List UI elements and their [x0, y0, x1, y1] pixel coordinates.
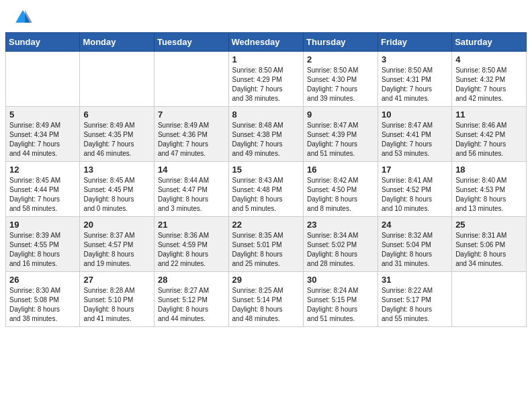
- day-info: Sunrise: 8:25 AM Sunset: 5:14 PM Dayligh…: [232, 286, 300, 324]
- calendar-cell: 15Sunrise: 8:43 AM Sunset: 4:48 PM Dayli…: [228, 162, 304, 217]
- calendar-cell: 1Sunrise: 8:50 AM Sunset: 4:29 PM Daylig…: [228, 52, 304, 107]
- logo: [13, 8, 35, 27]
- calendar-week-row: 1Sunrise: 8:50 AM Sunset: 4:29 PM Daylig…: [6, 52, 527, 107]
- calendar-cell: 17Sunrise: 8:41 AM Sunset: 4:52 PM Dayli…: [378, 162, 452, 217]
- calendar-week-row: 19Sunrise: 8:39 AM Sunset: 4:55 PM Dayli…: [6, 217, 527, 272]
- day-number: 10: [382, 109, 448, 120]
- calendar-cell: 28Sunrise: 8:27 AM Sunset: 5:12 PM Dayli…: [154, 272, 228, 327]
- day-number: 28: [158, 275, 225, 285]
- day-info: Sunrise: 8:44 AM Sunset: 4:47 PM Dayligh…: [158, 176, 225, 214]
- calendar-cell: 3Sunrise: 8:50 AM Sunset: 4:31 PM Daylig…: [378, 52, 452, 107]
- calendar-cell: 22Sunrise: 8:35 AM Sunset: 5:01 PM Dayli…: [228, 217, 304, 272]
- day-info: Sunrise: 8:39 AM Sunset: 4:55 PM Dayligh…: [9, 231, 76, 269]
- calendar-cell: 8Sunrise: 8:48 AM Sunset: 4:38 PM Daylig…: [228, 107, 304, 162]
- page-header: [0, 0, 532, 32]
- day-info: Sunrise: 8:49 AM Sunset: 4:36 PM Dayligh…: [158, 121, 225, 158]
- weekday-header: Monday: [80, 33, 154, 52]
- weekday-header: Thursday: [304, 33, 378, 52]
- day-info: Sunrise: 8:37 AM Sunset: 4:57 PM Dayligh…: [83, 231, 150, 269]
- day-number: 27: [83, 275, 150, 285]
- day-info: Sunrise: 8:50 AM Sunset: 4:30 PM Dayligh…: [307, 66, 374, 103]
- day-info: Sunrise: 8:43 AM Sunset: 4:48 PM Dayligh…: [232, 176, 300, 214]
- calendar-cell: 2Sunrise: 8:50 AM Sunset: 4:30 PM Daylig…: [304, 52, 378, 107]
- weekday-header: Sunday: [6, 33, 80, 52]
- day-number: 15: [232, 165, 300, 175]
- day-info: Sunrise: 8:41 AM Sunset: 4:52 PM Dayligh…: [382, 176, 448, 214]
- day-info: Sunrise: 8:35 AM Sunset: 5:01 PM Dayligh…: [232, 231, 300, 269]
- day-number: 5: [9, 109, 76, 120]
- day-info: Sunrise: 8:50 AM Sunset: 4:29 PM Dayligh…: [232, 66, 300, 103]
- day-number: 11: [455, 109, 523, 120]
- day-number: 4: [455, 54, 523, 64]
- day-number: 21: [158, 220, 225, 230]
- calendar-cell: 16Sunrise: 8:42 AM Sunset: 4:50 PM Dayli…: [304, 162, 378, 217]
- day-number: 20: [83, 220, 150, 230]
- day-number: 3: [382, 54, 448, 64]
- day-info: Sunrise: 8:24 AM Sunset: 5:15 PM Dayligh…: [307, 286, 374, 324]
- calendar-header-row: SundayMondayTuesdayWednesdayThursdayFrid…: [6, 33, 527, 52]
- day-number: 22: [232, 220, 300, 230]
- calendar-cell: 18Sunrise: 8:40 AM Sunset: 4:53 PM Dayli…: [452, 162, 527, 217]
- calendar-week-row: 12Sunrise: 8:45 AM Sunset: 4:44 PM Dayli…: [6, 162, 527, 217]
- day-number: 13: [83, 165, 150, 175]
- day-number: 2: [307, 54, 374, 64]
- calendar-cell: 26Sunrise: 8:30 AM Sunset: 5:08 PM Dayli…: [6, 272, 80, 327]
- weekday-header: Friday: [378, 33, 452, 52]
- calendar-cell: 27Sunrise: 8:28 AM Sunset: 5:10 PM Dayli…: [80, 272, 154, 327]
- day-number: 8: [232, 109, 300, 120]
- calendar-cell: 4Sunrise: 8:50 AM Sunset: 4:32 PM Daylig…: [452, 52, 527, 107]
- day-info: Sunrise: 8:45 AM Sunset: 4:44 PM Dayligh…: [9, 176, 76, 214]
- day-number: 12: [9, 165, 76, 175]
- day-info: Sunrise: 8:36 AM Sunset: 4:59 PM Dayligh…: [158, 231, 225, 269]
- calendar-cell: 23Sunrise: 8:34 AM Sunset: 5:02 PM Dayli…: [304, 217, 378, 272]
- weekday-header: Wednesday: [228, 33, 304, 52]
- day-number: 7: [158, 109, 225, 120]
- day-number: 24: [382, 220, 448, 230]
- calendar-cell: 5Sunrise: 8:49 AM Sunset: 4:34 PM Daylig…: [6, 107, 80, 162]
- day-number: 19: [9, 220, 76, 230]
- day-number: 31: [382, 275, 448, 285]
- day-info: Sunrise: 8:42 AM Sunset: 4:50 PM Dayligh…: [307, 176, 374, 214]
- calendar-cell: [452, 272, 527, 327]
- day-number: 1: [232, 54, 300, 64]
- day-info: Sunrise: 8:47 AM Sunset: 4:41 PM Dayligh…: [382, 121, 448, 158]
- day-number: 6: [83, 109, 150, 120]
- calendar-cell: 13Sunrise: 8:45 AM Sunset: 4:45 PM Dayli…: [80, 162, 154, 217]
- day-number: 23: [307, 220, 374, 230]
- calendar-cell: 25Sunrise: 8:31 AM Sunset: 5:06 PM Dayli…: [452, 217, 527, 272]
- calendar-week-row: 5Sunrise: 8:49 AM Sunset: 4:34 PM Daylig…: [6, 107, 527, 162]
- calendar-body: 1Sunrise: 8:50 AM Sunset: 4:29 PM Daylig…: [6, 52, 527, 327]
- day-number: 17: [382, 165, 448, 175]
- calendar-cell: [6, 52, 80, 107]
- day-info: Sunrise: 8:28 AM Sunset: 5:10 PM Dayligh…: [83, 286, 150, 324]
- calendar-cell: 21Sunrise: 8:36 AM Sunset: 4:59 PM Dayli…: [154, 217, 228, 272]
- day-info: Sunrise: 8:48 AM Sunset: 4:38 PM Dayligh…: [232, 121, 300, 158]
- day-info: Sunrise: 8:50 AM Sunset: 4:32 PM Dayligh…: [455, 66, 523, 103]
- day-number: 29: [232, 275, 300, 285]
- calendar-cell: 20Sunrise: 8:37 AM Sunset: 4:57 PM Dayli…: [80, 217, 154, 272]
- day-info: Sunrise: 8:34 AM Sunset: 5:02 PM Dayligh…: [307, 231, 374, 269]
- day-number: 9: [307, 109, 374, 120]
- day-info: Sunrise: 8:27 AM Sunset: 5:12 PM Dayligh…: [158, 286, 225, 324]
- calendar-wrapper: SundayMondayTuesdayWednesdayThursdayFrid…: [0, 32, 532, 332]
- calendar-cell: 7Sunrise: 8:49 AM Sunset: 4:36 PM Daylig…: [154, 107, 228, 162]
- day-number: 14: [158, 165, 225, 175]
- day-info: Sunrise: 8:40 AM Sunset: 4:53 PM Dayligh…: [455, 176, 523, 214]
- day-info: Sunrise: 8:30 AM Sunset: 5:08 PM Dayligh…: [9, 286, 76, 324]
- calendar-cell: 12Sunrise: 8:45 AM Sunset: 4:44 PM Dayli…: [6, 162, 80, 217]
- day-info: Sunrise: 8:22 AM Sunset: 5:17 PM Dayligh…: [382, 286, 448, 324]
- calendar-cell: 9Sunrise: 8:47 AM Sunset: 4:39 PM Daylig…: [304, 107, 378, 162]
- calendar-cell: 19Sunrise: 8:39 AM Sunset: 4:55 PM Dayli…: [6, 217, 80, 272]
- day-info: Sunrise: 8:49 AM Sunset: 4:35 PM Dayligh…: [83, 121, 150, 158]
- calendar-cell: 11Sunrise: 8:46 AM Sunset: 4:42 PM Dayli…: [452, 107, 527, 162]
- day-info: Sunrise: 8:46 AM Sunset: 4:42 PM Dayligh…: [455, 121, 523, 158]
- day-info: Sunrise: 8:49 AM Sunset: 4:34 PM Dayligh…: [9, 121, 76, 158]
- calendar-cell: [80, 52, 154, 107]
- weekday-header: Tuesday: [154, 33, 228, 52]
- day-info: Sunrise: 8:50 AM Sunset: 4:31 PM Dayligh…: [382, 66, 448, 103]
- day-info: Sunrise: 8:31 AM Sunset: 5:06 PM Dayligh…: [455, 231, 523, 269]
- calendar-cell: 6Sunrise: 8:49 AM Sunset: 4:35 PM Daylig…: [80, 107, 154, 162]
- day-number: 25: [455, 220, 523, 230]
- day-number: 16: [307, 165, 374, 175]
- day-info: Sunrise: 8:45 AM Sunset: 4:45 PM Dayligh…: [83, 176, 150, 214]
